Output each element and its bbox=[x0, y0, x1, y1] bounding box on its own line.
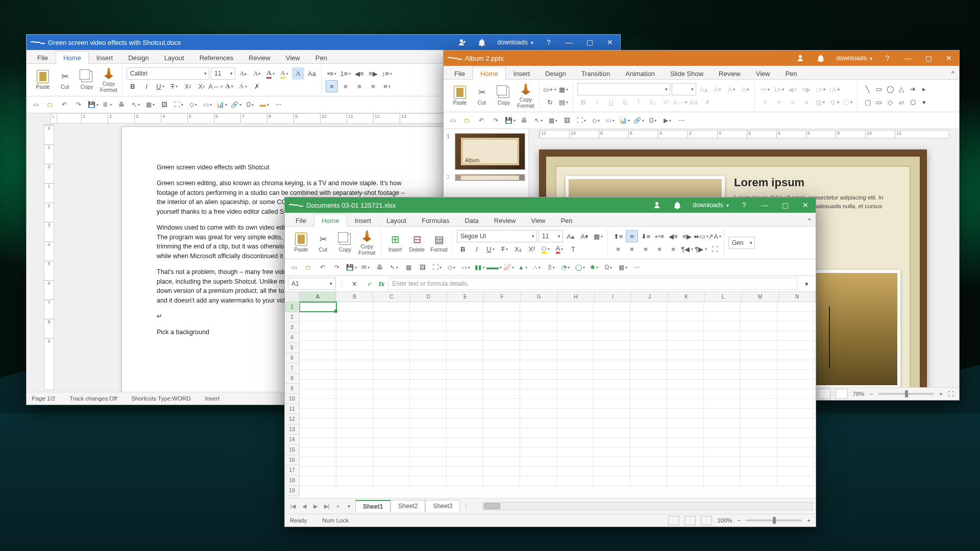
chart-scatter-icon[interactable]: ∴ bbox=[531, 262, 543, 273]
cell[interactable] bbox=[777, 389, 814, 399]
row-header[interactable]: 8 bbox=[285, 373, 299, 384]
cell[interactable] bbox=[594, 477, 630, 486]
col-header[interactable]: L bbox=[705, 292, 742, 302]
cell[interactable] bbox=[741, 350, 777, 360]
clear-format-button[interactable]: ✗ bbox=[701, 96, 714, 108]
cell[interactable] bbox=[520, 321, 557, 331]
change-case-button[interactable]: Aa bbox=[306, 67, 318, 80]
cell[interactable] bbox=[447, 360, 483, 370]
cell[interactable] bbox=[594, 409, 630, 418]
superscript-button[interactable]: X2 bbox=[195, 80, 208, 92]
cell[interactable] bbox=[557, 350, 594, 360]
cell[interactable] bbox=[741, 312, 777, 321]
maximize-button[interactable]: ▢ bbox=[579, 35, 600, 50]
cell[interactable] bbox=[447, 399, 483, 409]
cell[interactable] bbox=[704, 457, 741, 467]
col-header[interactable]: F bbox=[484, 292, 521, 302]
tab-view[interactable]: View bbox=[278, 51, 308, 64]
cell[interactable] bbox=[300, 370, 336, 380]
cell[interactable] bbox=[777, 447, 814, 457]
section-button[interactable]: ▤ bbox=[557, 96, 570, 108]
table-icon[interactable]: ▦ bbox=[402, 262, 414, 273]
cell[interactable] bbox=[557, 380, 594, 389]
doc-para[interactable]: Green screen video effects with Shotcut bbox=[157, 163, 413, 172]
cell[interactable] bbox=[447, 350, 483, 360]
cell[interactable] bbox=[630, 350, 667, 360]
superscript-button[interactable]: X² bbox=[526, 243, 538, 255]
tab-pen[interactable]: Pen bbox=[553, 214, 580, 227]
row-header[interactable]: 18 bbox=[285, 475, 299, 486]
numbering-button[interactable]: 1≡ bbox=[339, 67, 352, 80]
cell[interactable] bbox=[741, 428, 777, 438]
cell[interactable] bbox=[741, 380, 777, 389]
cell[interactable] bbox=[594, 380, 630, 389]
status-mode[interactable]: Insert bbox=[205, 395, 219, 402]
cell[interactable] bbox=[741, 409, 777, 418]
align-v-button[interactable]: ⯐ bbox=[828, 96, 840, 108]
font-size-combo[interactable]: 11 bbox=[211, 67, 235, 80]
cell[interactable] bbox=[630, 331, 667, 341]
cell[interactable] bbox=[300, 350, 336, 360]
tab-home[interactable]: Home bbox=[56, 51, 89, 64]
cell[interactable] bbox=[594, 312, 630, 321]
copy-button[interactable]: Copy bbox=[494, 86, 514, 106]
cell[interactable] bbox=[373, 467, 410, 477]
cell[interactable] bbox=[557, 399, 594, 409]
cell[interactable] bbox=[594, 467, 630, 477]
row-header[interactable]: 16 bbox=[285, 455, 299, 465]
cell[interactable] bbox=[667, 457, 704, 467]
tab-file[interactable]: File bbox=[447, 67, 473, 80]
chart-area-icon[interactable]: ▲ bbox=[517, 262, 529, 273]
shape-tri-icon[interactable]: △ bbox=[895, 83, 908, 95]
cell[interactable] bbox=[410, 467, 447, 477]
col-header[interactable]: N bbox=[779, 292, 816, 302]
cell[interactable] bbox=[447, 447, 483, 457]
new-icon[interactable]: ▭ bbox=[447, 115, 459, 126]
cell[interactable] bbox=[630, 477, 667, 486]
cell[interactable] bbox=[557, 312, 594, 321]
font-name-combo[interactable]: Calibri bbox=[127, 67, 209, 80]
cell[interactable] bbox=[704, 447, 741, 457]
cell[interactable] bbox=[741, 418, 777, 428]
textbox-icon[interactable]: ▭ bbox=[201, 99, 213, 110]
cell[interactable] bbox=[483, 428, 520, 438]
print-icon[interactable]: 🖶 bbox=[518, 115, 530, 126]
row-header[interactable]: 19 bbox=[285, 486, 299, 496]
cell[interactable] bbox=[336, 457, 373, 467]
char-spacing-button[interactable]: A↔ bbox=[674, 96, 686, 108]
cell[interactable] bbox=[410, 321, 447, 331]
cell[interactable] bbox=[520, 312, 557, 321]
align-center-button[interactable]: ≡ bbox=[339, 80, 352, 92]
cell[interactable] bbox=[630, 302, 667, 312]
cell[interactable] bbox=[777, 302, 814, 312]
cell[interactable] bbox=[667, 428, 704, 438]
cell[interactable] bbox=[667, 312, 704, 321]
numbering-button[interactable]: 1≡ bbox=[773, 83, 785, 95]
cell[interactable] bbox=[594, 457, 630, 467]
row-header[interactable]: 5 bbox=[285, 343, 299, 353]
cell[interactable] bbox=[483, 389, 520, 399]
align-top-button[interactable]: ⬆≡ bbox=[612, 230, 624, 242]
image-icon[interactable]: 🖼 bbox=[416, 262, 429, 273]
cell[interactable] bbox=[373, 418, 410, 428]
tab-references[interactable]: References bbox=[192, 51, 241, 64]
cell[interactable] bbox=[557, 477, 594, 486]
cell[interactable] bbox=[667, 467, 704, 477]
cell[interactable] bbox=[594, 389, 630, 399]
cell[interactable] bbox=[336, 409, 373, 418]
cell[interactable] bbox=[410, 438, 447, 447]
share-icon[interactable] bbox=[451, 35, 472, 50]
cell[interactable] bbox=[741, 302, 777, 312]
chart-stock-icon[interactable]: ₿ bbox=[545, 262, 557, 273]
cut-button[interactable]: ✂Cut bbox=[55, 70, 75, 90]
cell[interactable] bbox=[410, 312, 447, 321]
layout-button[interactable]: ▦ bbox=[557, 83, 570, 95]
chart-col-icon[interactable]: ▮▮ bbox=[474, 262, 486, 273]
col-header[interactable]: A bbox=[300, 292, 336, 302]
table-icon[interactable]: ▦ bbox=[547, 115, 559, 126]
cell[interactable] bbox=[777, 331, 814, 341]
cell[interactable] bbox=[520, 477, 557, 486]
sheet-tab[interactable]: Sheet1 bbox=[355, 500, 390, 512]
text-dir-button[interactable]: ↕A bbox=[828, 83, 840, 95]
expand-fx-icon[interactable]: ▾ bbox=[800, 278, 813, 290]
